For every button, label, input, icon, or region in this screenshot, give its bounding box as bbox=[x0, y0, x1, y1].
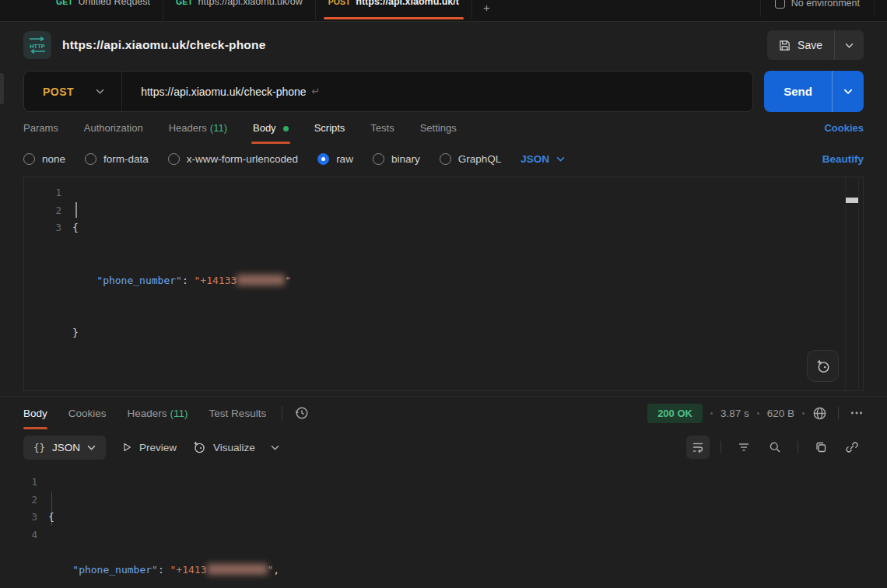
preview-button[interactable]: Preview bbox=[121, 442, 177, 453]
method-selector[interactable]: POST bbox=[24, 72, 121, 111]
radio-icon[interactable] bbox=[23, 153, 35, 165]
window-tab-label: https://api.xiaomu.uk/ow bbox=[198, 0, 303, 7]
divider bbox=[798, 441, 798, 453]
svg-text:HTTP: HTTP bbox=[30, 43, 45, 50]
response-time[interactable]: 3.87 s bbox=[720, 408, 749, 419]
window-tab-label: https://api.xiaomu.uk/t bbox=[356, 0, 459, 7]
radio-icon[interactable] bbox=[373, 153, 384, 165]
postbot-button[interactable] bbox=[807, 350, 839, 382]
line-numbers: 1 2 3 bbox=[24, 184, 61, 237]
dot-separator bbox=[757, 412, 759, 415]
tab-scripts[interactable]: Scripts bbox=[314, 122, 345, 144]
response-tabs: Body Cookies Headers(11) Test Results bbox=[23, 397, 266, 429]
network-globe-icon[interactable] bbox=[812, 406, 827, 421]
new-tab-button[interactable]: + bbox=[472, 0, 501, 21]
visualize-button[interactable]: Visualize bbox=[192, 440, 255, 454]
send-button[interactable]: Send bbox=[764, 71, 864, 112]
response-action-icons bbox=[686, 436, 864, 459]
copy-icon[interactable] bbox=[809, 436, 833, 459]
filter-icon[interactable] bbox=[732, 436, 756, 459]
tab-body[interactable]: Body bbox=[253, 122, 289, 144]
radio-icon[interactable] bbox=[440, 153, 451, 165]
status-badge[interactable]: 200 OK bbox=[647, 404, 703, 423]
chevron-down-icon bbox=[556, 156, 565, 162]
editor-scrollbar[interactable] bbox=[845, 177, 859, 390]
mode-form-data[interactable]: form-data bbox=[85, 153, 149, 165]
response-tab-test-results[interactable]: Test Results bbox=[209, 397, 267, 429]
search-icon[interactable] bbox=[763, 436, 787, 459]
radio-selected-icon[interactable] bbox=[317, 153, 329, 165]
environment-area: No environment bbox=[760, 0, 887, 21]
redacted-digits bbox=[207, 564, 268, 575]
cookies-link[interactable]: Cookies bbox=[824, 122, 864, 144]
tab-params[interactable]: Params bbox=[23, 122, 58, 144]
request-tabs: Params Authorization Headers(11) Body Sc… bbox=[0, 112, 887, 144]
radio-icon[interactable] bbox=[85, 153, 96, 165]
environment-label: No environment bbox=[791, 0, 860, 9]
link-icon[interactable] bbox=[840, 436, 864, 459]
method-label: POST bbox=[43, 86, 74, 98]
window-tab-bar: GET Untitled Request GET https://api.xia… bbox=[0, 0, 887, 22]
window-tab-active-request[interactable]: POST https://api.xiaomu.uk/t bbox=[316, 0, 472, 22]
url-input[interactable]: https://api.xiaomu.uk/check-phone bbox=[122, 86, 306, 98]
headers-count: (11) bbox=[210, 122, 227, 134]
save-button[interactable]: Save bbox=[767, 30, 864, 60]
request-body-editor[interactable]: 1 2 3 { "phone_number": "+14133" } bbox=[23, 177, 864, 391]
view-options-chevron-icon[interactable] bbox=[271, 445, 279, 450]
response-tab-headers[interactable]: Headers(11) bbox=[128, 397, 188, 429]
api-client-window: GET Untitled Request GET https://api.xia… bbox=[0, 0, 887, 588]
divider bbox=[720, 441, 721, 453]
response-format-selector[interactable]: {} JSON bbox=[23, 436, 106, 460]
redacted-digits bbox=[237, 275, 285, 285]
window-tab-untitled[interactable]: GET Untitled Request bbox=[44, 0, 163, 22]
window-tab-request-2[interactable]: GET https://api.xiaomu.uk/ow bbox=[163, 0, 316, 22]
wrap-text-icon[interactable] bbox=[686, 436, 710, 459]
environment-selector[interactable]: No environment bbox=[760, 0, 875, 16]
sidebar-edge-handle[interactable] bbox=[0, 73, 4, 104]
response-history-icon[interactable] bbox=[295, 406, 309, 420]
response-header: Body Cookies Headers(11) Test Results 20… bbox=[0, 396, 887, 429]
scrollbar-thumb[interactable] bbox=[846, 198, 858, 203]
mode-none[interactable]: none bbox=[23, 153, 65, 165]
save-icon bbox=[779, 40, 791, 51]
method-badge-post: POST bbox=[328, 0, 351, 6]
request-title: https://api.xiaomu.uk/check-phone bbox=[62, 38, 266, 52]
sparkle-circle-icon bbox=[192, 440, 206, 454]
more-actions-icon[interactable] bbox=[850, 406, 864, 420]
mode-x-www-form-urlencoded[interactable]: x-www-form-urlencoded bbox=[168, 153, 298, 165]
language-label: JSON bbox=[521, 153, 549, 165]
response-format-label: JSON bbox=[52, 442, 80, 453]
mode-binary[interactable]: binary bbox=[373, 153, 420, 165]
tab-headers[interactable]: Headers(11) bbox=[169, 122, 227, 144]
url-row: POST https://api.xiaomu.uk/check-phone ↵… bbox=[0, 64, 887, 112]
response-body-viewer[interactable]: 1 2 3 4 { "phone_number": "+1413", "stat… bbox=[0, 467, 887, 588]
environment-icon bbox=[775, 0, 785, 9]
return-glyph: ↵ bbox=[312, 86, 321, 97]
response-headers-count: (11) bbox=[170, 408, 188, 419]
mode-graphql[interactable]: GraphQL bbox=[440, 153, 502, 165]
beautify-link[interactable]: Beautify bbox=[822, 153, 864, 165]
language-selector[interactable]: JSON bbox=[521, 153, 565, 165]
radio-icon[interactable] bbox=[168, 153, 180, 165]
response-tab-body[interactable]: Body bbox=[23, 397, 47, 429]
save-options-chevron-icon[interactable] bbox=[835, 30, 864, 60]
body-mode-row: none form-data x-www-form-urlencoded raw… bbox=[0, 144, 887, 165]
line-numbers: 1 2 3 4 bbox=[0, 474, 37, 544]
response-body-code[interactable]: { "phone_number": "+1413", "status": "可用… bbox=[48, 474, 856, 588]
window-tab-label: Untitled Request bbox=[79, 0, 150, 7]
response-status-cluster: 200 OK 3.87 s 620 B bbox=[647, 404, 864, 423]
play-icon bbox=[121, 442, 132, 453]
send-label: Send bbox=[764, 71, 832, 112]
dot-separator bbox=[710, 412, 713, 415]
request-header: HTTP https://api.xiaomu.uk/check-phone S… bbox=[0, 22, 887, 64]
send-options-chevron-icon[interactable] bbox=[833, 71, 864, 112]
response-size[interactable]: 620 B bbox=[767, 408, 794, 419]
request-body-code[interactable]: { "phone_number": "+14133" } bbox=[72, 184, 832, 377]
response-tab-cookies[interactable]: Cookies bbox=[68, 397, 107, 429]
tab-authorization[interactable]: Authorization bbox=[84, 122, 143, 144]
tab-settings[interactable]: Settings bbox=[420, 122, 457, 144]
tab-tests[interactable]: Tests bbox=[370, 122, 394, 144]
mode-raw[interactable]: raw bbox=[317, 153, 353, 165]
http-request-icon: HTTP bbox=[23, 31, 51, 59]
body-modified-dot bbox=[283, 126, 289, 131]
